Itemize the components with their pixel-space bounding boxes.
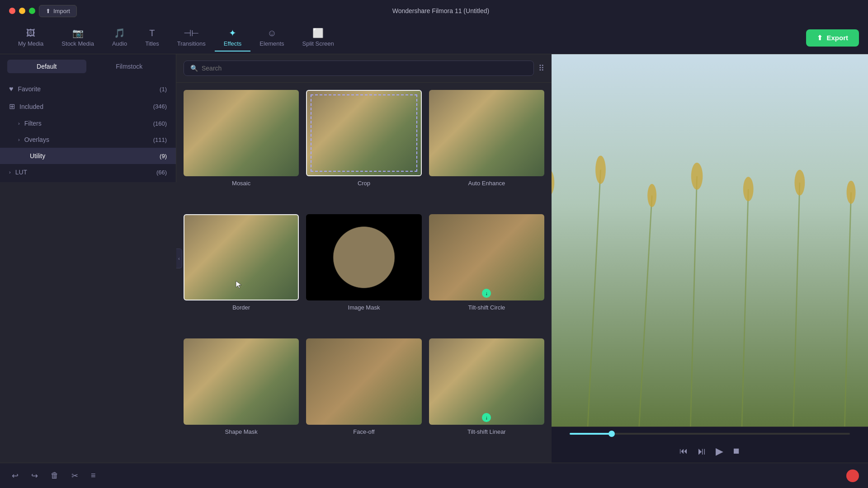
effect-card-auto-enhance[interactable]: Auto Enhance (429, 90, 544, 207)
app-title: Wondershare Filmora 11 (Untitled) (392, 7, 490, 14)
progress-fill (570, 433, 612, 435)
preview-svg (552, 54, 868, 427)
progress-bar[interactable] (570, 433, 850, 435)
sidebar-tabs: DefaultFilmstock (0, 54, 176, 79)
effect-card-tilt-shift-circle[interactable]: ↓ Tilt-shift Circle (429, 214, 544, 331)
svg-point-10 (595, 155, 606, 184)
chevron-icon-lut: › (9, 169, 11, 175)
effect-thumb-tilt-shift-circle: ↓ (429, 214, 544, 300)
nav-item-transitions[interactable]: ⊣⊢ Transitions (168, 24, 215, 52)
nav-item-titles[interactable]: T Titles (136, 24, 168, 52)
effect-label-tilt-shift-circle: Tilt-shift Circle (468, 304, 505, 311)
effect-thumb-auto-enhance (429, 90, 544, 176)
effect-card-border[interactable]: Border (184, 214, 299, 331)
sidebar-count-overlays: (111) (153, 136, 167, 143)
svg-point-13 (743, 177, 754, 201)
search-input-wrap[interactable]: 🔍 (184, 61, 534, 76)
sidebar-count-favorite: (1) (160, 86, 167, 93)
sidebar-count-included: (346) (153, 103, 167, 110)
sidebar-item-included[interactable]: ⊞ Included (346) (0, 98, 176, 115)
sidebar-item-filters[interactable]: › Filters (160) (0, 115, 176, 131)
record-button[interactable] (846, 469, 859, 482)
nav-icon-my-media: 🖼 (26, 28, 35, 38)
sidebar-tab-default[interactable]: Default (7, 60, 86, 73)
sidebar-label-lut: LUT (15, 169, 27, 176)
effect-card-mosaic[interactable]: Mosaic (184, 90, 299, 207)
nav-label-effects: Effects (224, 40, 242, 47)
effect-thumb-mosaic (184, 90, 299, 176)
nav-label-my-media: My Media (18, 40, 43, 47)
redo-button[interactable]: ↪ (28, 468, 41, 483)
export-label: Export (826, 34, 848, 42)
nav-icon-elements: ☺ (267, 28, 276, 38)
sidebar-tab-filmstock[interactable]: Filmstock (90, 60, 169, 73)
nav-icon-stock-media: 📷 (72, 28, 84, 38)
preview-panel: ⏮ ⏯ ▶ ⏹ (552, 54, 868, 463)
sidebar-label-filters: Filters (24, 120, 42, 127)
effect-label-face-off: Face-off (353, 428, 374, 435)
effect-card-shape-mask[interactable]: Shape Mask (184, 338, 299, 455)
maximize-button[interactable] (29, 8, 35, 14)
nav-icon-effects: ✦ (229, 28, 236, 38)
nav-icon-split-screen: ⬜ (312, 28, 324, 38)
close-button[interactable] (9, 8, 15, 14)
sidebar-item-lut[interactable]: › LUT (66) (0, 164, 176, 180)
sidebar-count-utility: (9) (160, 153, 167, 160)
effects-panel: 🔍 ⠿ Mosaic Crop Auto Enhance Border Im (176, 54, 552, 463)
nav-item-split-screen[interactable]: ⬜ Split Screen (293, 24, 343, 52)
effect-thumb-border (184, 214, 299, 300)
title-bar: ⬆ Import Wondershare Filmora 11 (Untitle… (0, 0, 868, 22)
sidebar-item-utility[interactable]: Utility (9) (0, 148, 176, 164)
nav-bar: 🖼 My Media 📷 Stock Media 🎵 Audio T Title… (0, 22, 868, 54)
import-label: Import (53, 8, 70, 14)
adjust-button[interactable]: ≡ (88, 468, 99, 483)
nav-item-audio[interactable]: 🎵 Audio (103, 24, 136, 52)
play-button[interactable]: ▶ (716, 446, 723, 457)
item-icon-included: ⊞ (9, 102, 15, 111)
effect-card-image-mask[interactable]: Image Mask (306, 214, 421, 331)
export-icon: ⬆ (817, 34, 823, 42)
play-pause-button[interactable]: ⏯ (697, 446, 707, 457)
nav-item-effects[interactable]: ✦ Effects (215, 24, 251, 52)
main-content: DefaultFilmstock ♥ Favorite (1) ⊞ Includ… (0, 54, 868, 463)
import-button[interactable]: ⬆ Import (39, 5, 77, 17)
window-controls: ⬆ Import (9, 5, 77, 17)
preview-image (552, 54, 868, 427)
search-input[interactable] (202, 65, 527, 72)
grid-view-toggle[interactable]: ⠿ (538, 63, 544, 73)
effect-card-tilt-shift-linear[interactable]: ↓ Tilt-shift Linear (429, 338, 544, 455)
export-button[interactable]: ⬆ Export (806, 29, 859, 47)
download-badge: ↓ (482, 289, 491, 298)
svg-point-12 (691, 163, 703, 190)
rewind-button[interactable]: ⏮ (679, 446, 688, 456)
preview-controls: ⏮ ⏯ ▶ ⏹ (552, 427, 868, 463)
sidebar-item-overlays[interactable]: › Overlays (111) (0, 131, 176, 148)
sidebar-label-favorite: Favorite (18, 85, 41, 93)
collapse-sidebar-button[interactable]: ‹ (176, 249, 182, 268)
undo-button[interactable]: ↩ (9, 468, 21, 483)
effect-card-crop[interactable]: Crop (306, 90, 421, 207)
nav-label-split-screen: Split Screen (302, 40, 334, 47)
minimize-button[interactable] (19, 8, 25, 14)
effect-label-crop: Crop (358, 180, 370, 187)
nav-label-stock-media: Stock Media (61, 40, 94, 47)
effect-label-auto-enhance: Auto Enhance (468, 180, 505, 187)
sidebar-wrap: DefaultFilmstock ♥ Favorite (1) ⊞ Includ… (0, 54, 176, 463)
svg-rect-0 (552, 54, 868, 427)
sidebar-items: ♥ Favorite (1) ⊞ Included (346) › Filter… (0, 79, 176, 182)
stop-button[interactable]: ⏹ (732, 446, 741, 456)
cut-button[interactable]: ✂ (69, 468, 81, 483)
sidebar-item-favorite[interactable]: ♥ Favorite (1) (0, 80, 176, 98)
nav-label-titles: Titles (145, 40, 159, 47)
nav-label-transitions: Transitions (177, 40, 206, 47)
effects-grid: Mosaic Crop Auto Enhance Border Image Ma… (176, 83, 552, 463)
delete-button[interactable]: 🗑 (48, 468, 61, 483)
effect-thumb-shape-mask (184, 338, 299, 425)
progress-thumb (609, 431, 615, 437)
nav-item-stock-media[interactable]: 📷 Stock Media (52, 24, 103, 52)
effect-card-face-off[interactable]: Face-off (306, 338, 421, 455)
nav-item-elements[interactable]: ☺ Elements (250, 24, 293, 52)
nav-item-my-media[interactable]: 🖼 My Media (9, 24, 52, 52)
nav-label-elements: Elements (259, 40, 284, 47)
search-icon: 🔍 (190, 65, 198, 72)
